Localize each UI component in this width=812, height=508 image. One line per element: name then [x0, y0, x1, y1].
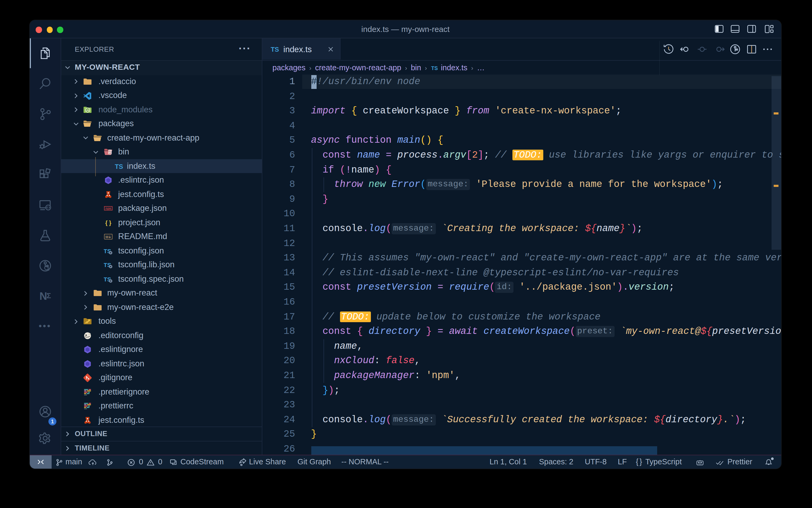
svg-text:JS: JS: [86, 109, 89, 111]
svg-text:10: 10: [108, 152, 111, 155]
svg-text:npm: npm: [105, 207, 111, 211]
svg-text:{ }: { }: [105, 219, 111, 226]
svg-text:TS: TS: [114, 163, 123, 170]
svg-text:M: M: [105, 235, 108, 239]
svg-text:TS: TS: [431, 65, 438, 71]
svg-text:TS: TS: [270, 46, 279, 53]
